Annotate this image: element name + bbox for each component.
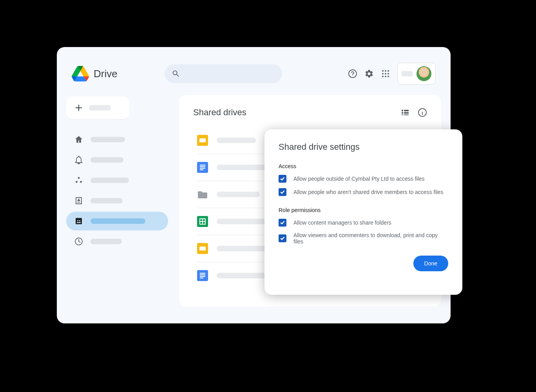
access-checkbox-row-0: Allow people outside of Cymbal Pty Ltd t… [279,175,448,183]
svg-rect-25 [402,114,403,115]
svg-rect-36 [200,169,203,170]
list-view-icon[interactable] [400,108,410,117]
new-button-label-placeholder [89,105,111,111]
logo-wrap: Drive [72,66,118,82]
svg-rect-44 [200,273,205,274]
drive-logo-icon [72,66,89,82]
panel-header: Shared drives [193,107,441,118]
svg-point-2 [382,70,384,72]
svg-rect-23 [402,112,403,114]
nav [66,130,172,251]
shared-drive-settings-dialog: Shared drive settings Access Allow peopl… [264,129,462,295]
svg-rect-35 [200,168,205,169]
svg-rect-34 [200,166,205,167]
plus-icon [74,103,83,113]
svg-point-15 [80,181,82,183]
svg-point-9 [385,76,386,77]
file-name-placeholder [217,192,260,197]
svg-point-13 [78,177,80,179]
svg-point-29 [422,111,422,111]
access-checkbox-1[interactable] [279,188,286,196]
role-checkbox-1[interactable] [279,234,286,242]
home-icon [74,135,83,144]
svg-rect-31 [199,138,206,142]
role-label-0: Allow content managers to share folders [293,220,391,226]
svg-point-10 [388,76,389,77]
role-label-1: Allow viewers and commenters to download… [293,232,448,245]
svg-point-1 [352,76,353,76]
svg-rect-33 [200,165,205,165]
new-button[interactable] [66,96,130,119]
shared-drives-icon [74,216,83,226]
role-section-title: Role permissions [279,207,448,213]
apps-grid-icon[interactable] [381,69,390,78]
file-name-placeholder [217,165,268,170]
nav-label-placeholder [91,239,122,244]
checkmark-icon [280,221,285,225]
svg-rect-26 [404,114,409,115]
activity-icon [74,155,83,165]
svg-point-5 [382,73,384,74]
help-icon[interactable] [348,69,357,78]
folder-file-icon [197,189,208,200]
nav-label-placeholder [91,157,123,163]
dialog-footer: Done [279,256,448,271]
docs-file-icon [197,162,208,173]
svg-point-0 [349,70,357,78]
svg-rect-22 [404,110,409,111]
search-icon [172,69,180,78]
my-drive-icon [74,196,83,205]
access-checkbox-0[interactable] [279,175,286,183]
nav-label-placeholder [91,178,129,183]
details-info-icon[interactable] [418,108,427,117]
search-input[interactable] [165,64,282,83]
workspaces-icon [74,176,83,185]
app-title: Drive [94,68,118,80]
svg-rect-32 [197,162,208,173]
sidebar-item-activity[interactable] [66,151,168,169]
checkmark-icon [280,177,285,181]
nav-label-placeholder [91,137,125,142]
access-label-1: Allow people who aren't shared drive mem… [293,189,443,195]
docs-file-icon [197,270,208,281]
role-checkbox-row-1: Allow viewers and commenters to download… [279,232,448,245]
sidebar-item-shared-drives[interactable] [66,212,168,230]
dialog-title: Shared drive settings [279,142,448,152]
checkmark-icon [280,190,285,194]
sidebar-item-recent[interactable] [66,232,168,251]
header: Drive [57,47,451,85]
nav-label-placeholder [91,218,145,224]
sidebar-item-home[interactable] [66,130,168,149]
panel-actions [400,108,427,117]
svg-rect-45 [200,274,205,275]
svg-rect-46 [200,276,205,277]
slides-file-icon [197,243,208,254]
avatar [416,66,431,81]
svg-point-8 [382,76,384,77]
checkmark-icon [280,236,285,240]
svg-rect-47 [200,278,203,278]
svg-point-4 [388,70,389,72]
header-actions [348,63,436,85]
svg-point-18 [77,220,78,221]
svg-rect-42 [199,247,206,250]
role-checkbox-0[interactable] [279,219,286,227]
panel-title: Shared drives [193,107,246,118]
svg-point-19 [79,220,80,221]
account-switcher[interactable] [397,63,436,85]
sidebar-item-workspaces[interactable] [66,171,168,190]
svg-rect-21 [402,110,403,111]
sheets-file-icon [197,216,208,227]
role-checkbox-row-0: Allow content managers to share folders [279,219,448,227]
sidebar [66,95,172,307]
nav-label-placeholder [91,198,123,203]
settings-gear-icon[interactable] [364,69,374,78]
access-label-0: Allow people outside of Cymbal Pty Ltd t… [293,176,425,182]
access-section-title: Access [279,163,448,169]
done-button[interactable]: Done [413,256,448,271]
sidebar-item-my-drive[interactable] [66,191,168,210]
svg-point-3 [385,70,386,72]
slides-file-icon [197,135,208,146]
access-checkbox-row-1: Allow people who aren't shared drive mem… [279,188,448,196]
svg-rect-16 [77,202,80,203]
